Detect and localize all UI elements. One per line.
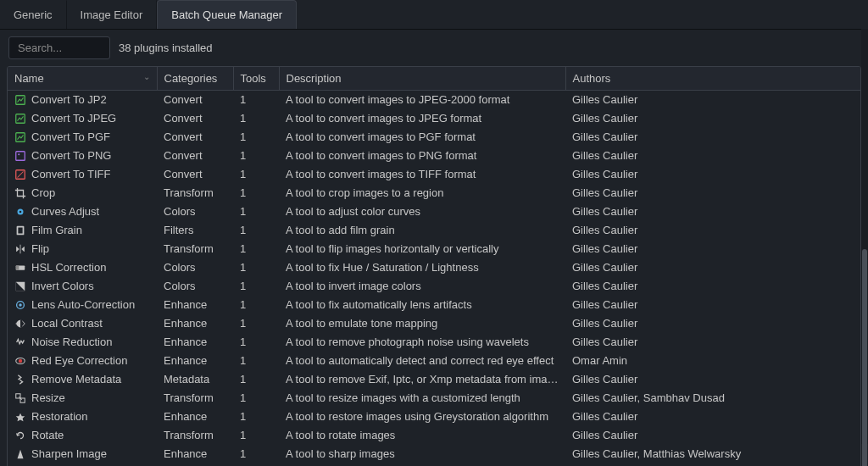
plugin-description: A tool to remove Exif, Iptc, or Xmp meta…: [279, 370, 565, 389]
flip-icon: [14, 243, 26, 255]
plugin-name: Invert Colors: [31, 280, 94, 292]
plugin-category: Colors: [157, 202, 233, 221]
plugin-tools-count: 1: [233, 109, 279, 128]
plugin-name: Convert To JPEG: [31, 112, 116, 125]
plugin-tools-count: 1: [233, 445, 279, 463]
plugin-tools-count: 1: [233, 221, 279, 240]
plugin-name: Red Eye Correction: [31, 354, 127, 367]
plugin-authors: Gilles Caulier: [565, 314, 860, 333]
plugin-category: Enhance: [157, 445, 233, 463]
table-row[interactable]: Convert To PGF Convert 1 A tool to conve…: [8, 128, 860, 147]
plugin-description: A tool to convert images to TIFF format: [279, 165, 565, 184]
plugin-authors: Gilles Caulier, Matthias Welwarsky: [565, 445, 860, 463]
table-row[interactable]: Lens Auto-Correction Enhance 1 A tool to…: [8, 296, 860, 314]
col-header-description[interactable]: Description: [279, 67, 565, 91]
plugin-description: A tool to invert image colors: [279, 277, 565, 296]
svg-rect-3: [16, 151, 25, 160]
table-row[interactable]: Convert To TIFF Convert 1 A tool to conv…: [8, 165, 860, 184]
rotate-icon: [14, 430, 26, 441]
col-header-tools[interactable]: Tools: [233, 67, 279, 91]
resize-icon: [14, 392, 26, 404]
tab-batch-queue-manager[interactable]: Batch Queue Manager: [157, 0, 297, 29]
plugin-description: A tool to fix Hue / Saturation / Lightne…: [279, 258, 565, 277]
table-row[interactable]: Sharpen Image Enhance 1 A tool to sharp …: [8, 445, 860, 463]
plugin-description: A tool to rotate images: [279, 426, 565, 445]
scrollbar-track[interactable]: [861, 29, 868, 444]
col-header-categories[interactable]: Categories: [157, 67, 233, 91]
plugin-description: A tool to convert images to JPEG-2000 fo…: [279, 91, 565, 109]
plugin-category: Enhance: [157, 352, 233, 370]
plugin-category: Enhance: [157, 408, 233, 426]
crop-icon: [14, 187, 26, 199]
table-row[interactable]: Flip Transform 1 A tool to flip images h…: [8, 240, 860, 258]
plugin-tools-count: 1: [233, 202, 279, 221]
tab-generic[interactable]: Generic: [0, 0, 67, 29]
scrollbar-thumb[interactable]: [862, 249, 867, 466]
tab-image-editor[interactable]: Image Editor: [67, 0, 158, 29]
film-icon: [14, 225, 26, 236]
plugin-name: Film Grain: [31, 224, 82, 236]
plugin-tools-count: 1: [233, 147, 279, 165]
plugin-authors: Gilles Caulier: [565, 408, 860, 426]
plugin-name: Convert To PGF: [31, 130, 110, 143]
plugin-name: Local Contrast: [31, 317, 103, 330]
plugin-description: A tool to fix automatically lens artifac…: [279, 296, 565, 314]
plugin-category: Enhance: [157, 314, 233, 333]
plugin-name: Crop: [31, 186, 55, 199]
plugin-name: Noise Reduction: [31, 336, 112, 348]
table-row[interactable]: Crop Transform 1 A tool to crop images t…: [8, 184, 860, 202]
plugin-authors: Gilles Caulier: [565, 91, 860, 109]
col-header-authors[interactable]: Authors: [565, 67, 860, 91]
table-row[interactable]: Curves Adjust Colors 1 A tool to adjust …: [8, 202, 860, 221]
plugin-description: A tool to convert images to PGF format: [279, 128, 565, 147]
table-row[interactable]: Restoration Enhance 1 A tool to restore …: [8, 408, 860, 426]
hsl-icon: [14, 262, 26, 274]
plugin-description: A tool to emulate tone mapping: [279, 314, 565, 333]
plugin-authors: Omar Amin: [565, 352, 860, 370]
plugin-category: Transform: [157, 240, 233, 258]
tab-bar: Generic Image Editor Batch Queue Manager: [0, 0, 868, 30]
table-row[interactable]: Film Grain Filters 1 A tool to add film …: [8, 221, 860, 240]
plugin-name: Lens Auto-Correction: [31, 298, 135, 311]
plugin-description: A tool to sharp images: [279, 445, 565, 463]
svg-point-7: [19, 210, 22, 213]
table-row[interactable]: Resize Transform 1 A tool to resize imag…: [8, 389, 860, 408]
plugin-category: Convert: [157, 109, 233, 128]
table-row[interactable]: HSL Correction Colors 1 A tool to fix Hu…: [8, 258, 860, 277]
table-row[interactable]: Convert To JPEG Convert 1 A tool to conv…: [8, 109, 860, 128]
search-input[interactable]: [8, 36, 110, 59]
table-row[interactable]: Noise Reduction Enhance 1 A tool to remo…: [8, 333, 860, 352]
col-header-name[interactable]: Name⌄: [8, 67, 157, 91]
table-row[interactable]: Remove Metadata Metadata 1 A tool to rem…: [8, 370, 860, 389]
plugin-name: Restoration: [31, 410, 87, 423]
img-green-icon: [14, 94, 26, 106]
table-row[interactable]: Invert Colors Colors 1 A tool to invert …: [8, 277, 860, 296]
redeye-icon: [14, 355, 26, 367]
plugin-category: Convert: [157, 128, 233, 147]
plugin-name: Rotate: [31, 429, 64, 441]
plugin-name: Resize: [31, 391, 65, 404]
plugin-description: A tool to restore images using Greystora…: [279, 408, 565, 426]
plugin-tools-count: 1: [233, 408, 279, 426]
table-row[interactable]: Local Contrast Enhance 1 A tool to emula…: [8, 314, 860, 333]
plugin-authors: Gilles Caulier: [565, 296, 860, 314]
plugin-category: Metadata: [157, 370, 233, 389]
plugin-description: A tool to convert images to JPEG format: [279, 109, 565, 128]
plugin-authors: Gilles Caulier: [565, 221, 860, 240]
plugin-tools-count: 1: [233, 370, 279, 389]
restore-icon: [14, 411, 26, 423]
plugin-description: A tool to adjust color curves: [279, 202, 565, 221]
curves-icon: [14, 206, 26, 218]
plugin-tools-count: 1: [233, 426, 279, 445]
table-row[interactable]: Red Eye Correction Enhance 1 A tool to a…: [8, 352, 860, 370]
toolbar: 38 plugins installed: [0, 30, 868, 66]
table-header-row: Name⌄ Categories Tools Description Autho…: [8, 67, 860, 91]
plugin-description: A tool to convert images to PNG format: [279, 147, 565, 165]
sort-indicator-icon: ⌄: [143, 72, 150, 81]
table-row[interactable]: Convert To JP2 Convert 1 A tool to conve…: [8, 91, 860, 109]
plugin-name: Convert To TIFF: [31, 168, 110, 180]
plugin-category: Transform: [157, 184, 233, 202]
table-row[interactable]: Rotate Transform 1 A tool to rotate imag…: [8, 426, 860, 445]
table-row[interactable]: Convert To PNG Convert 1 A tool to conve…: [8, 147, 860, 165]
plugin-tools-count: 1: [233, 314, 279, 333]
